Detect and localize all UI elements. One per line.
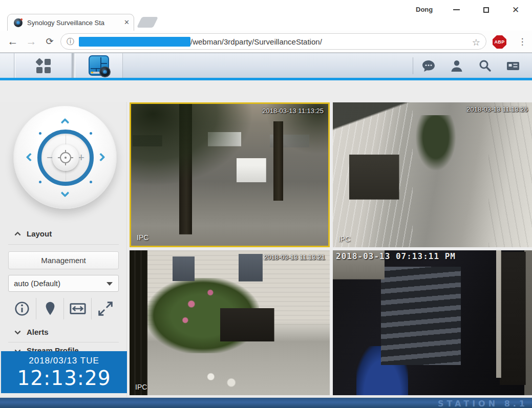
camera-4-feed-image bbox=[333, 250, 532, 395]
search-icon[interactable] bbox=[477, 58, 493, 74]
alerts-section-heading[interactable]: Alerts bbox=[27, 328, 49, 336]
clock-date: 2018/03/13 TUE bbox=[1, 356, 127, 366]
fullscreen-button[interactable] bbox=[91, 298, 119, 319]
divider bbox=[8, 244, 119, 245]
ptz-diagonal-dot bbox=[39, 181, 41, 183]
ptz-right-icon[interactable] bbox=[97, 153, 105, 162]
new-tab-button[interactable] bbox=[137, 17, 158, 28]
clock-date-value: 2018/03/13 bbox=[29, 356, 77, 366]
camera-tile-1-selected[interactable]: 2018-03-13 11:13:25 IPC bbox=[130, 102, 330, 247]
synology-favicon bbox=[14, 18, 23, 27]
back-button[interactable]: ← bbox=[5, 31, 20, 52]
adblock-extension-icon[interactable]: ABP bbox=[493, 35, 506, 49]
desktop-watermark: STATION 8.1 bbox=[438, 399, 528, 408]
maximize-icon bbox=[483, 7, 489, 13]
camera-3-feed-image bbox=[130, 250, 330, 395]
camera-name-label: IPC bbox=[338, 235, 350, 243]
url-path-text: /webman/3rdparty/SurveillanceStation/ bbox=[190, 37, 322, 46]
ptz-home-button[interactable] bbox=[52, 144, 79, 171]
ptz-up-icon[interactable] bbox=[61, 118, 70, 127]
camera-name-label: IPC bbox=[137, 233, 148, 242]
map-pin-icon bbox=[42, 300, 58, 317]
clock-weekday: TUE bbox=[80, 356, 99, 366]
camera-timestamp: 2018-03-13 11:13:21 bbox=[264, 253, 325, 261]
user-icon[interactable] bbox=[449, 58, 464, 74]
snapshot-location-button[interactable] bbox=[36, 298, 63, 319]
address-bar[interactable]: ⓘ /webman/3rdparty/SurveillanceStation/ … bbox=[60, 33, 486, 50]
tab-title: Synology Surveillance Sta bbox=[27, 19, 118, 27]
browser-tab[interactable]: Synology Surveillance Sta ✕ bbox=[7, 14, 134, 31]
ptz-control-wheel[interactable]: − + bbox=[13, 105, 117, 209]
layout-section-heading[interactable]: Layout bbox=[27, 229, 52, 238]
live-view-header: Live View ? ✕ bbox=[0, 80, 532, 102]
expand-icon[interactable] bbox=[14, 328, 21, 335]
info-icon bbox=[13, 300, 31, 317]
divider bbox=[8, 342, 119, 342]
surveillance-station-icon bbox=[89, 55, 109, 76]
sidebar: − + Layout Management auto (Default) bbox=[0, 102, 127, 397]
camera-tile-4[interactable]: 2018-03-13 07:13:11 PM bbox=[333, 250, 532, 395]
ptz-down-icon[interactable] bbox=[61, 189, 70, 198]
tab-close-icon[interactable]: ✕ bbox=[124, 18, 130, 26]
zoom-in-button[interactable]: + bbox=[78, 151, 84, 164]
layout-toolbar bbox=[8, 298, 119, 319]
minimize-icon bbox=[453, 9, 460, 10]
browser-toolbar: ← → ⟳ ⓘ /webman/3rdparty/SurveillanceSta… bbox=[0, 31, 532, 53]
camera-2-feed-image bbox=[333, 102, 532, 247]
browser-menu-icon[interactable]: ⋮ bbox=[517, 35, 527, 48]
dsm-desktop-strip: STATION 8.1 bbox=[0, 397, 532, 408]
forward-button: → bbox=[24, 31, 39, 52]
window-minimize-button[interactable] bbox=[449, 4, 464, 15]
page-info-icon[interactable]: ⓘ bbox=[67, 37, 74, 47]
reload-button[interactable]: ⟳ bbox=[42, 31, 57, 52]
camera-tile-2[interactable]: 2018-03-13 11:13:26 IPC bbox=[333, 102, 532, 247]
dsm-taskbar bbox=[0, 53, 532, 78]
camera-timestamp: 2018-03-13 07:13:11 PM bbox=[336, 251, 456, 261]
info-button[interactable] bbox=[8, 298, 36, 319]
collapse-icon[interactable] bbox=[14, 231, 21, 238]
fit-width-icon bbox=[69, 300, 87, 317]
main-menu-button[interactable] bbox=[15, 53, 72, 78]
clock-time: 12:13:29 bbox=[1, 367, 127, 390]
ptz-diagonal-dot bbox=[39, 132, 41, 135]
layout-profile-value: auto (Default) bbox=[14, 279, 60, 288]
widgets-icon[interactable] bbox=[505, 58, 521, 74]
camera-1-feed-image bbox=[131, 104, 328, 246]
fit-to-width-button[interactable] bbox=[63, 298, 91, 319]
chat-icon[interactable] bbox=[421, 58, 436, 74]
browser-profile-name[interactable]: Dong bbox=[416, 6, 433, 13]
ptz-zoom-ring[interactable]: − + bbox=[37, 130, 94, 186]
fullscreen-expand-icon bbox=[97, 300, 114, 317]
ptz-left-icon[interactable] bbox=[26, 153, 35, 162]
browser-titlebar: Dong ✕ Synology Surveillance Sta ✕ bbox=[0, 0, 532, 31]
url-redacted-host bbox=[79, 37, 190, 47]
ptz-diagonal-dot bbox=[90, 181, 92, 183]
bookmark-star-icon[interactable]: ☆ bbox=[472, 37, 480, 48]
window-maximize-button[interactable] bbox=[478, 4, 494, 15]
target-icon bbox=[60, 152, 71, 163]
camera-timestamp: 2018-03-13 11:13:26 bbox=[466, 105, 528, 113]
app-launcher-icon bbox=[36, 58, 51, 73]
screen: Dong ✕ Synology Surveillance Sta ✕ ← → ⟳… bbox=[0, 0, 532, 408]
layout-profile-select[interactable]: auto (Default) bbox=[8, 275, 119, 292]
camera-name-label: IPC bbox=[135, 383, 147, 391]
management-button[interactable]: Management bbox=[8, 251, 119, 269]
taskbar-left-pad bbox=[0, 53, 14, 78]
camera-timestamp: 2018-03-13 11:13:25 bbox=[262, 107, 324, 115]
camera-tile-3[interactable]: 2018-03-13 11:13:21 IPC bbox=[130, 250, 330, 395]
ptz-diagonal-dot bbox=[90, 132, 92, 135]
chevron-down-icon bbox=[107, 282, 113, 286]
system-clock: 2018/03/13 TUE 12:13:29 bbox=[1, 351, 127, 393]
surveillance-station-task-button[interactable] bbox=[75, 53, 123, 78]
window-close-button[interactable]: ✕ bbox=[508, 4, 523, 15]
taskbar-right-divider bbox=[413, 57, 413, 74]
